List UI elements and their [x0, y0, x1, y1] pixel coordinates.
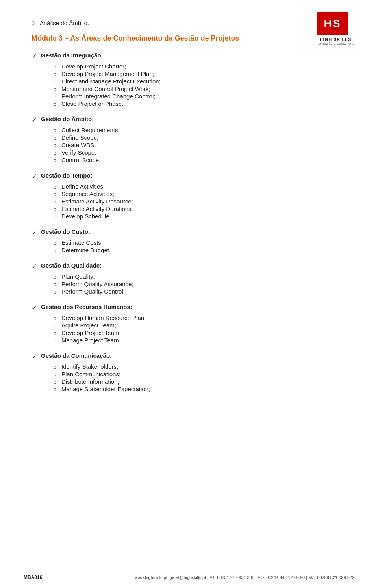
sub-bullet-icon: o: [52, 199, 57, 205]
checkmark-icon: ✓: [32, 304, 37, 312]
sub-item-text: Perform Quality Assurance;: [61, 281, 133, 287]
sub-item-text: Control Scope.: [61, 157, 100, 163]
sub-bullet-icon: o: [52, 323, 57, 329]
section-integracao: ✓Gestão da Integração:oDevelop Project C…: [32, 52, 346, 107]
sub-item-text: Aquire Project Team;: [61, 322, 116, 329]
sub-item-text: Perform Integrated Change Control;: [61, 93, 155, 100]
footer: MBA016 www.highskills.pt |geral@highskil…: [0, 572, 378, 580]
list-item: oPlan Quality;: [52, 273, 346, 280]
sub-list-comunicacao: oIdentify Stakeholders;oPlan Communicati…: [52, 363, 346, 392]
sub-bullet-icon: o: [52, 289, 57, 295]
sub-list-custo: oEstimate Costs;oDetermine Budget.: [52, 239, 346, 253]
section-custo: ✓Gestão do Custo:oEstimate Costs;oDeterm…: [32, 228, 346, 253]
check-heading-rh: ✓Gestão dos Recursos Humanos:: [32, 303, 346, 312]
list-item: oEstimate Activity Durations;: [52, 205, 346, 212]
sections-container: ✓Gestão da Integração:oDevelop Project C…: [32, 52, 346, 392]
sub-bullet-icon: o: [52, 157, 57, 163]
sub-item-text: Determine Budget.: [61, 247, 111, 253]
footer-contact: www.highskills.pt |geral@highskills.pt |…: [135, 575, 354, 580]
list-item: oDevelop Project Management Plan;: [52, 70, 346, 77]
list-item: oEstimate Costs;: [52, 239, 346, 246]
sub-bullet-icon: o: [52, 135, 57, 141]
list-item: oAquire Project Team;: [52, 322, 346, 329]
section-heading-label: Gestão do Custo:: [41, 228, 90, 235]
top-bullet-text: Análise do Âmbito.: [40, 20, 89, 26]
list-item: oPerform Integrated Change Control;: [52, 93, 346, 100]
logo-box: HS: [317, 12, 348, 35]
sub-item-text: Plan Communications;: [61, 371, 120, 377]
sub-item-text: Develop Human Resource Plan;: [61, 314, 146, 321]
bullet-circle-icon: [32, 21, 35, 25]
checkmark-icon: ✓: [32, 263, 37, 271]
list-item: oVerify Scope;: [52, 149, 346, 156]
sub-bullet-icon: o: [52, 214, 57, 220]
sub-bullet-icon: o: [52, 64, 57, 70]
sub-bullet-icon: o: [52, 274, 57, 280]
list-item: oPerform Quality Control.: [52, 288, 346, 295]
list-item: oPlan Communications;: [52, 371, 346, 377]
section-heading-label: Gestão da Comunicação:: [41, 352, 112, 359]
sub-bullet-icon: o: [52, 128, 57, 133]
sub-bullet-icon: o: [52, 142, 57, 148]
sub-bullet-icon: o: [52, 379, 57, 385]
section-heading-label: Gestão dos Recursos Humanos:: [41, 303, 132, 310]
sub-item-text: Develop Project Team;: [61, 329, 121, 336]
section-heading-label: Gestão da Qualidade:: [41, 262, 102, 269]
check-heading-tempo: ✓Gestão do Tempo:: [32, 172, 346, 181]
sub-bullet-icon: o: [52, 79, 57, 85]
sub-item-text: Perform Quality Control.: [61, 288, 125, 295]
sub-bullet-icon: o: [52, 330, 57, 336]
sub-bullet-icon: o: [52, 281, 57, 287]
sub-item-text: Identify Stakeholders;: [61, 363, 118, 370]
list-item: oIdentify Stakeholders;: [52, 363, 346, 370]
sub-bullet-icon: o: [52, 372, 57, 377]
sub-item-text: Estimate Activity Resource;: [61, 198, 133, 205]
module-heading: Módulo 3 – As Áreas de Conhecimento da G…: [32, 34, 346, 43]
sub-bullet-icon: o: [52, 386, 57, 392]
check-heading-custo: ✓Gestão do Custo:: [32, 228, 346, 237]
sub-item-text: Plan Quality;: [61, 273, 95, 280]
sub-item-text: Close Project or Phase.: [61, 100, 124, 107]
checkmark-icon: ✓: [32, 229, 37, 237]
sub-bullet-icon: o: [52, 94, 57, 100]
top-bullet-item: Análise do Âmbito.: [32, 20, 346, 26]
list-item: oSequence Activities;: [52, 190, 346, 197]
checkmark-icon: ✓: [32, 353, 37, 361]
sub-list-ambito: oCollect Requirements;oDefine Scope;oCre…: [52, 127, 346, 163]
list-item: oPerform Quality Assurance;: [52, 281, 346, 287]
sub-bullet-icon: o: [52, 101, 57, 107]
section-ambito: ✓Gestão do Âmbito:oCollect Requirements;…: [32, 116, 346, 163]
list-item: oDevelop Schedule.: [52, 213, 346, 220]
footer-code: MBA016: [24, 575, 42, 580]
sub-bullet-icon: o: [52, 364, 57, 370]
logo-area: HS HIGH SKILLS Formação e Consultoria: [317, 12, 354, 46]
sub-item-text: Direct and Manage Project Execution;: [61, 78, 161, 85]
list-item: oMonitor and Control Project Work;: [52, 85, 346, 92]
sub-bullet-icon: o: [52, 150, 57, 156]
sub-item-text: Verify Scope;: [61, 149, 96, 156]
logo-name: HIGH SKILLS: [317, 37, 354, 42]
list-item: oEstimate Activity Resource;: [52, 198, 346, 205]
checkmark-icon: ✓: [32, 172, 37, 181]
sub-item-text: Define Scope;: [61, 134, 98, 141]
sub-item-text: Define Activities;: [61, 183, 105, 190]
logo-tagline: Formação e Consultoria: [317, 42, 354, 46]
list-item: oManage Stakeholder Expectation;: [52, 386, 346, 392]
section-heading-label: Gestão do Âmbito:: [41, 116, 94, 122]
list-item: oClose Project or Phase.: [52, 100, 346, 107]
list-item: oControl Scope.: [52, 157, 346, 163]
section-tempo: ✓Gestão do Tempo:oDefine Activities;oSeq…: [32, 172, 346, 220]
sub-item-text: Manage Project Team.: [61, 337, 120, 344]
sub-item-text: Create WBS;: [61, 142, 96, 148]
sub-item-text: Distribute Information;: [61, 378, 119, 385]
list-item: oDevelop Project Team;: [52, 329, 346, 336]
logo-letters: HS: [324, 17, 341, 30]
list-item: oDefine Activities;: [52, 183, 346, 190]
list-item: oCreate WBS;: [52, 142, 346, 148]
list-item: oDetermine Budget.: [52, 247, 346, 253]
sub-item-text: Estimate Activity Durations;: [61, 205, 133, 212]
list-item: oDevelop Human Resource Plan;: [52, 314, 346, 321]
sub-bullet-icon: o: [52, 86, 57, 92]
sub-bullet-icon: o: [52, 184, 57, 190]
check-heading-qualidade: ✓Gestão da Qualidade:: [32, 262, 346, 271]
